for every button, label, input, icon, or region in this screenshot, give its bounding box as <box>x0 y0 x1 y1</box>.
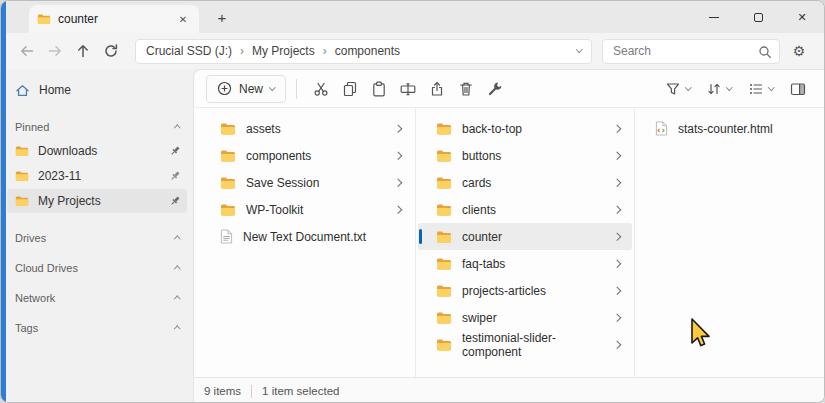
back-button[interactable] <box>13 37 41 65</box>
chevron-up-icon[interactable] <box>174 296 180 302</box>
close-button[interactable]: ✕ <box>780 1 824 33</box>
chevron-up-icon[interactable] <box>174 326 180 332</box>
file-row-counter[interactable]: counter <box>418 223 632 250</box>
folder-icon <box>436 176 452 189</box>
file-explorer-window: counter ✕ + ✕ Crucial SSD (J:) › My Proj… <box>0 0 825 403</box>
back-icon <box>19 43 35 59</box>
maximize-button[interactable] <box>736 1 780 33</box>
file-row-stats-counter-html[interactable]: stats-counter.html <box>637 115 822 142</box>
pin-icon <box>169 145 181 157</box>
folder-icon <box>220 203 236 216</box>
file-row-new-text-document[interactable]: New Text Document.txt <box>196 223 413 250</box>
file-name: New Text Document.txt <box>243 230 366 244</box>
tab-counter[interactable]: counter ✕ <box>29 5 199 33</box>
share-icon <box>429 81 445 97</box>
sort-button[interactable] <box>700 75 738 103</box>
file-row-wp-toolkit[interactable]: WP-Toolkit <box>196 196 413 223</box>
file-row-buttons[interactable]: buttons <box>418 142 632 169</box>
minimize-button[interactable] <box>692 1 736 33</box>
chevron-down-icon <box>768 84 774 90</box>
chevron-right-icon <box>612 179 620 187</box>
column-current: back-to-top buttons cards <box>416 108 635 377</box>
cut-button[interactable] <box>307 75 336 103</box>
folder-icon <box>436 122 452 135</box>
settings-button[interactable]: ⚙ <box>784 37 814 65</box>
sidebar-section-cloud-drives[interactable]: Cloud Drives <box>1 257 193 279</box>
filter-button[interactable] <box>659 75 697 103</box>
rename-button[interactable] <box>394 75 423 103</box>
sidebar-section-drives[interactable]: Drives <box>1 227 193 249</box>
column-parent: assets components Save Session <box>194 108 416 377</box>
file-name: testimonial-slider-component <box>462 331 604 359</box>
details-pane-toggle[interactable] <box>783 75 812 103</box>
chevron-right-icon <box>393 179 401 187</box>
sidebar-item-my-projects[interactable]: My Projects <box>7 189 187 213</box>
file-row-testimonial-slider-component[interactable]: testimonial-slider-component <box>418 331 632 358</box>
breadcrumb-item-components[interactable]: components <box>335 44 400 58</box>
file-row-back-to-top[interactable]: back-to-top <box>418 115 632 142</box>
file-name: swiper <box>462 311 497 325</box>
folder-icon <box>15 195 29 207</box>
file-row-swiper[interactable]: swiper <box>418 304 632 331</box>
chevron-down-icon <box>726 84 732 90</box>
sidebar-item-label: Downloads <box>38 144 97 158</box>
breadcrumb[interactable]: Crucial SSD (J:) › My Projects › compone… <box>135 39 592 64</box>
chevron-right-icon <box>612 314 620 322</box>
folder-icon <box>15 145 29 157</box>
new-tab-button[interactable]: + <box>211 6 233 28</box>
file-row-faq-tabs[interactable]: faq-tabs <box>418 250 632 277</box>
details-pane-icon <box>790 81 806 97</box>
file-name: clients <box>462 203 496 217</box>
selection-count: 1 item selected <box>262 385 339 397</box>
breadcrumb-item-my-projects[interactable]: My Projects <box>252 44 315 58</box>
forward-icon <box>47 43 63 59</box>
file-name: Save Session <box>246 176 319 190</box>
new-button[interactable]: New <box>206 75 286 103</box>
home-icon <box>15 83 30 98</box>
maximize-icon <box>754 13 763 22</box>
chevron-down-icon[interactable] <box>576 46 582 52</box>
sidebar-section-pinned[interactable]: Pinned <box>1 116 193 138</box>
share-button[interactable] <box>423 75 452 103</box>
tab-close-icon[interactable]: ✕ <box>175 11 191 27</box>
sidebar-item-2023-11[interactable]: 2023-11 <box>7 164 187 188</box>
file-row-save-session[interactable]: Save Session <box>196 169 413 196</box>
layout-icon <box>748 81 764 97</box>
paste-icon <box>371 81 387 97</box>
mouse-cursor <box>689 317 713 351</box>
section-label: Cloud Drives <box>15 262 78 274</box>
file-row-components[interactable]: components <box>196 142 413 169</box>
file-row-cards[interactable]: cards <box>418 169 632 196</box>
folder-icon <box>37 13 51 25</box>
sidebar-section-network[interactable]: Network <box>1 287 193 309</box>
file-name: components <box>246 149 311 163</box>
file-row-projects-articles[interactable]: projects-articles <box>418 277 632 304</box>
column-child: stats-counter.html <box>635 108 824 377</box>
section-label: Network <box>15 292 55 304</box>
chevron-up-icon[interactable] <box>174 236 180 242</box>
sidebar-item-downloads[interactable]: Downloads <box>7 139 187 163</box>
file-name: back-to-top <box>462 122 522 136</box>
paste-button[interactable] <box>365 75 394 103</box>
chevron-right-icon <box>612 206 620 214</box>
file-row-assets[interactable]: assets <box>196 115 413 142</box>
copy-button[interactable] <box>336 75 365 103</box>
delete-button[interactable] <box>452 75 481 103</box>
file-row-clients[interactable]: clients <box>418 196 632 223</box>
up-icon <box>75 43 91 59</box>
forward-button[interactable] <box>41 37 69 65</box>
refresh-button[interactable] <box>97 37 125 65</box>
cut-icon <box>313 81 329 97</box>
layout-button[interactable] <box>742 75 780 103</box>
chevron-up-icon[interactable] <box>174 125 180 131</box>
search-input[interactable] <box>603 40 779 63</box>
sidebar-item-home[interactable]: Home <box>7 78 187 102</box>
file-columns: assets components Save Session <box>194 108 824 377</box>
breadcrumb-item-drive[interactable]: Crucial SSD (J:) <box>146 44 232 58</box>
search-icon[interactable] <box>758 45 772 59</box>
folder-icon <box>220 122 236 135</box>
chevron-up-icon[interactable] <box>174 266 180 272</box>
sidebar-section-tags[interactable]: Tags <box>1 317 193 339</box>
up-button[interactable] <box>69 37 97 65</box>
tools-button[interactable] <box>481 75 510 103</box>
